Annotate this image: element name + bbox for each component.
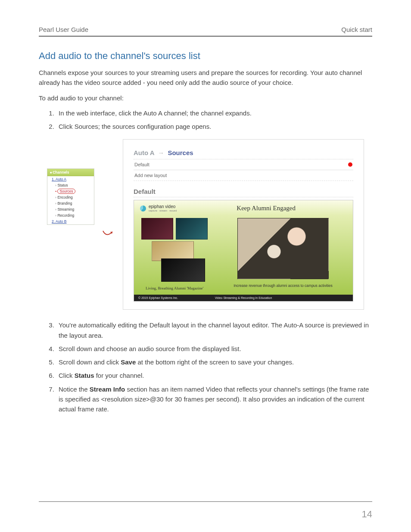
sidebar-sub-status: Status (47, 182, 94, 188)
sidebar-sub-recording: Recording (47, 212, 94, 218)
brand-tagline: capture · stream · record (149, 209, 177, 212)
sidebar-item-auto-a: 1. Auto A (47, 176, 94, 182)
lead-in: To add audio to your channel: (39, 93, 372, 103)
breadcrumb: Auto A → Sources (134, 149, 353, 159)
thumb-icon (141, 218, 173, 240)
sidebar-sub-branding: Branding (47, 200, 94, 206)
header-left: Pearl User Guide (39, 26, 88, 33)
footer-rule (39, 501, 372, 502)
brand-logo-icon (140, 205, 146, 212)
sidebar-item-auto-b: 2. Auto B (47, 218, 94, 224)
hero-image (237, 218, 329, 279)
arrow-icon (102, 229, 115, 240)
step-7: Notice the Stream Info section has an it… (56, 384, 372, 414)
step-3: You're automatically editing the Default… (56, 320, 372, 340)
sources-panel: Auto A → Sources Default Add new layout … (123, 139, 364, 310)
sidebar-sub-streaming: Streaming (47, 206, 94, 212)
crumb-channel: Auto A (134, 149, 154, 156)
steps-list-a: In the web interface, click the Auto A c… (39, 108, 372, 132)
sidebar-sub-encoding: Encoding (47, 194, 94, 200)
hero-caption: Increase revenue through alumni access t… (234, 283, 333, 288)
slide-preview: epiphan video capture · stream · record … (134, 200, 353, 302)
slide-footer: © 2015 Epiphan Systems Inc. Video Stream… (134, 295, 353, 301)
section-title: Add audio to the channel's sources list (39, 50, 372, 62)
default-section-label: Default (134, 188, 353, 197)
thumb-icon (176, 218, 208, 240)
sidebar-sub-sources: Sources (47, 188, 94, 194)
step-1: In the web interface, click the Auto A c… (56, 108, 372, 118)
crumb-current: Sources (168, 149, 193, 156)
collage-caption: Living, Breathing Alumni 'Magazine' (146, 286, 203, 290)
brand: epiphan video capture · stream · record (140, 205, 177, 212)
slide-title: Keep Alumni Engaged (185, 205, 347, 212)
sidebar-header: Channels (47, 169, 94, 176)
thumb-icon (161, 258, 205, 282)
step-5: Scroll down and click Save at the bottom… (56, 357, 372, 367)
step-4: Scroll down and choose an audio source f… (56, 344, 372, 354)
brand-name: epiphan video (149, 204, 175, 209)
intro-paragraph: Channels expose your sources to your str… (39, 68, 372, 88)
collage: Living, Breathing Alumni 'Magazine' (140, 218, 209, 290)
layout-row-add: Add new layout (134, 170, 353, 181)
layout-row-default: Default (134, 159, 353, 170)
footer-left: © 2015 Epiphan Systems Inc. (138, 296, 178, 299)
step-6: Click Status for your channel. (56, 370, 372, 380)
header-right: Quick start (341, 26, 372, 33)
step-2: Click Sources; the sources configuration… (56, 121, 372, 131)
figure: Channels 1. Auto A Status Sources Encodi… (39, 139, 372, 310)
running-header: Pearl User Guide Quick start (39, 26, 372, 37)
steps-list-b: You're automatically editing the Default… (39, 320, 372, 414)
arrow-right-icon: → (158, 149, 164, 156)
footer-mid: Video Streaming & Recording in Education (215, 296, 272, 299)
record-indicator-icon (348, 162, 352, 167)
page-number: 14 (362, 509, 372, 520)
sidebar-mock: Channels 1. Auto A Status Sources Encodi… (47, 168, 94, 225)
